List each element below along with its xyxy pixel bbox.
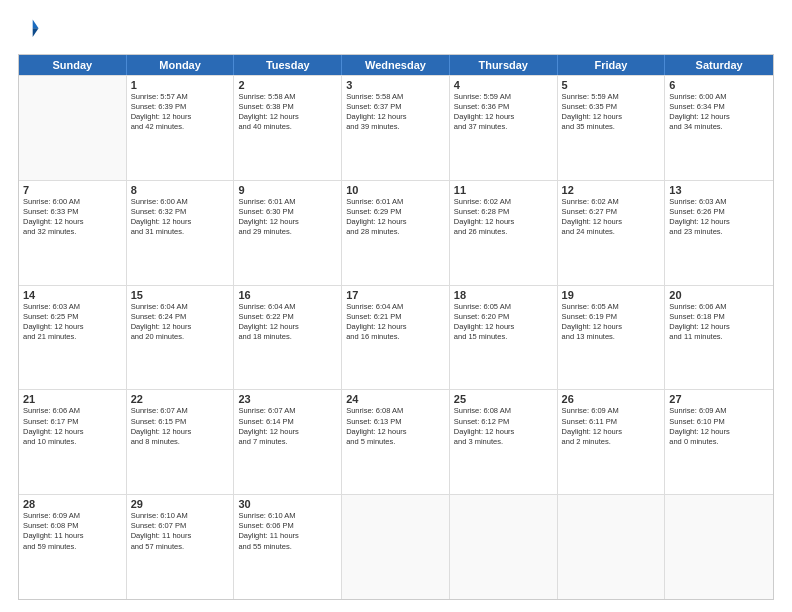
cell-detail: Sunrise: 6:09 AM Sunset: 6:11 PM Dayligh… (562, 406, 661, 447)
calendar-cell: 18Sunrise: 6:05 AM Sunset: 6:20 PM Dayli… (450, 286, 558, 390)
calendar-cell (558, 495, 666, 599)
day-number: 21 (23, 393, 122, 405)
calendar-cell: 5Sunrise: 5:59 AM Sunset: 6:35 PM Daylig… (558, 76, 666, 180)
calendar-cell: 4Sunrise: 5:59 AM Sunset: 6:36 PM Daylig… (450, 76, 558, 180)
calendar-header: SundayMondayTuesdayWednesdayThursdayFrid… (19, 55, 773, 75)
calendar-cell: 1Sunrise: 5:57 AM Sunset: 6:39 PM Daylig… (127, 76, 235, 180)
calendar-cell: 7Sunrise: 6:00 AM Sunset: 6:33 PM Daylig… (19, 181, 127, 285)
calendar-cell: 13Sunrise: 6:03 AM Sunset: 6:26 PM Dayli… (665, 181, 773, 285)
svg-marker-0 (33, 19, 39, 28)
cell-detail: Sunrise: 5:58 AM Sunset: 6:37 PM Dayligh… (346, 92, 445, 133)
cell-detail: Sunrise: 6:01 AM Sunset: 6:29 PM Dayligh… (346, 197, 445, 238)
day-number: 2 (238, 79, 337, 91)
cell-detail: Sunrise: 6:06 AM Sunset: 6:18 PM Dayligh… (669, 302, 769, 343)
day-number: 23 (238, 393, 337, 405)
calendar-body: 1Sunrise: 5:57 AM Sunset: 6:39 PM Daylig… (19, 75, 773, 599)
cell-detail: Sunrise: 6:02 AM Sunset: 6:28 PM Dayligh… (454, 197, 553, 238)
calendar-cell: 2Sunrise: 5:58 AM Sunset: 6:38 PM Daylig… (234, 76, 342, 180)
cell-detail: Sunrise: 6:00 AM Sunset: 6:32 PM Dayligh… (131, 197, 230, 238)
day-number: 5 (562, 79, 661, 91)
cell-detail: Sunrise: 6:01 AM Sunset: 6:30 PM Dayligh… (238, 197, 337, 238)
day-number: 25 (454, 393, 553, 405)
cell-detail: Sunrise: 6:05 AM Sunset: 6:19 PM Dayligh… (562, 302, 661, 343)
cell-detail: Sunrise: 6:00 AM Sunset: 6:33 PM Dayligh… (23, 197, 122, 238)
calendar-cell: 20Sunrise: 6:06 AM Sunset: 6:18 PM Dayli… (665, 286, 773, 390)
calendar-cell: 22Sunrise: 6:07 AM Sunset: 6:15 PM Dayli… (127, 390, 235, 494)
cell-detail: Sunrise: 5:57 AM Sunset: 6:39 PM Dayligh… (131, 92, 230, 133)
day-number: 26 (562, 393, 661, 405)
calendar-cell: 3Sunrise: 5:58 AM Sunset: 6:37 PM Daylig… (342, 76, 450, 180)
cell-detail: Sunrise: 6:05 AM Sunset: 6:20 PM Dayligh… (454, 302, 553, 343)
calendar-cell: 15Sunrise: 6:04 AM Sunset: 6:24 PM Dayli… (127, 286, 235, 390)
cell-detail: Sunrise: 6:03 AM Sunset: 6:26 PM Dayligh… (669, 197, 769, 238)
calendar: SundayMondayTuesdayWednesdayThursdayFrid… (18, 54, 774, 600)
cell-detail: Sunrise: 5:58 AM Sunset: 6:38 PM Dayligh… (238, 92, 337, 133)
header-day-monday: Monday (127, 55, 235, 75)
day-number: 11 (454, 184, 553, 196)
cell-detail: Sunrise: 6:07 AM Sunset: 6:14 PM Dayligh… (238, 406, 337, 447)
cell-detail: Sunrise: 6:04 AM Sunset: 6:21 PM Dayligh… (346, 302, 445, 343)
cell-detail: Sunrise: 5:59 AM Sunset: 6:35 PM Dayligh… (562, 92, 661, 133)
day-number: 17 (346, 289, 445, 301)
day-number: 1 (131, 79, 230, 91)
calendar-cell: 23Sunrise: 6:07 AM Sunset: 6:14 PM Dayli… (234, 390, 342, 494)
day-number: 29 (131, 498, 230, 510)
header-day-thursday: Thursday (450, 55, 558, 75)
calendar-cell: 27Sunrise: 6:09 AM Sunset: 6:10 PM Dayli… (665, 390, 773, 494)
calendar-row-1: 7Sunrise: 6:00 AM Sunset: 6:33 PM Daylig… (19, 180, 773, 285)
day-number: 7 (23, 184, 122, 196)
day-number: 20 (669, 289, 769, 301)
day-number: 14 (23, 289, 122, 301)
day-number: 28 (23, 498, 122, 510)
header-day-friday: Friday (558, 55, 666, 75)
calendar-row-4: 28Sunrise: 6:09 AM Sunset: 6:08 PM Dayli… (19, 494, 773, 599)
calendar-cell: 10Sunrise: 6:01 AM Sunset: 6:29 PM Dayli… (342, 181, 450, 285)
calendar-cell: 14Sunrise: 6:03 AM Sunset: 6:25 PM Dayli… (19, 286, 127, 390)
calendar-cell: 8Sunrise: 6:00 AM Sunset: 6:32 PM Daylig… (127, 181, 235, 285)
logo-icon (18, 18, 40, 40)
cell-detail: Sunrise: 5:59 AM Sunset: 6:36 PM Dayligh… (454, 92, 553, 133)
day-number: 3 (346, 79, 445, 91)
calendar-cell: 6Sunrise: 6:00 AM Sunset: 6:34 PM Daylig… (665, 76, 773, 180)
calendar-cell: 16Sunrise: 6:04 AM Sunset: 6:22 PM Dayli… (234, 286, 342, 390)
day-number: 24 (346, 393, 445, 405)
calendar-row-3: 21Sunrise: 6:06 AM Sunset: 6:17 PM Dayli… (19, 389, 773, 494)
header-day-wednesday: Wednesday (342, 55, 450, 75)
day-number: 10 (346, 184, 445, 196)
cell-detail: Sunrise: 6:03 AM Sunset: 6:25 PM Dayligh… (23, 302, 122, 343)
header-day-saturday: Saturday (665, 55, 773, 75)
cell-detail: Sunrise: 6:06 AM Sunset: 6:17 PM Dayligh… (23, 406, 122, 447)
calendar-cell (19, 76, 127, 180)
day-number: 30 (238, 498, 337, 510)
calendar-cell (342, 495, 450, 599)
calendar-cell: 28Sunrise: 6:09 AM Sunset: 6:08 PM Dayli… (19, 495, 127, 599)
cell-detail: Sunrise: 6:00 AM Sunset: 6:34 PM Dayligh… (669, 92, 769, 133)
cell-detail: Sunrise: 6:07 AM Sunset: 6:15 PM Dayligh… (131, 406, 230, 447)
calendar-cell: 12Sunrise: 6:02 AM Sunset: 6:27 PM Dayli… (558, 181, 666, 285)
day-number: 15 (131, 289, 230, 301)
svg-marker-1 (33, 28, 39, 37)
calendar-cell: 19Sunrise: 6:05 AM Sunset: 6:19 PM Dayli… (558, 286, 666, 390)
calendar-cell: 24Sunrise: 6:08 AM Sunset: 6:13 PM Dayli… (342, 390, 450, 494)
page: SundayMondayTuesdayWednesdayThursdayFrid… (0, 0, 792, 612)
calendar-cell (450, 495, 558, 599)
header (18, 18, 774, 44)
calendar-cell: 25Sunrise: 6:08 AM Sunset: 6:12 PM Dayli… (450, 390, 558, 494)
calendar-cell: 30Sunrise: 6:10 AM Sunset: 6:06 PM Dayli… (234, 495, 342, 599)
day-number: 18 (454, 289, 553, 301)
header-day-sunday: Sunday (19, 55, 127, 75)
calendar-row-2: 14Sunrise: 6:03 AM Sunset: 6:25 PM Dayli… (19, 285, 773, 390)
day-number: 4 (454, 79, 553, 91)
day-number: 12 (562, 184, 661, 196)
cell-detail: Sunrise: 6:09 AM Sunset: 6:10 PM Dayligh… (669, 406, 769, 447)
cell-detail: Sunrise: 6:08 AM Sunset: 6:13 PM Dayligh… (346, 406, 445, 447)
cell-detail: Sunrise: 6:08 AM Sunset: 6:12 PM Dayligh… (454, 406, 553, 447)
calendar-cell: 11Sunrise: 6:02 AM Sunset: 6:28 PM Dayli… (450, 181, 558, 285)
cell-detail: Sunrise: 6:02 AM Sunset: 6:27 PM Dayligh… (562, 197, 661, 238)
calendar-cell: 21Sunrise: 6:06 AM Sunset: 6:17 PM Dayli… (19, 390, 127, 494)
calendar-row-0: 1Sunrise: 5:57 AM Sunset: 6:39 PM Daylig… (19, 75, 773, 180)
calendar-cell: 17Sunrise: 6:04 AM Sunset: 6:21 PM Dayli… (342, 286, 450, 390)
calendar-cell (665, 495, 773, 599)
cell-detail: Sunrise: 6:04 AM Sunset: 6:22 PM Dayligh… (238, 302, 337, 343)
cell-detail: Sunrise: 6:10 AM Sunset: 6:06 PM Dayligh… (238, 511, 337, 552)
